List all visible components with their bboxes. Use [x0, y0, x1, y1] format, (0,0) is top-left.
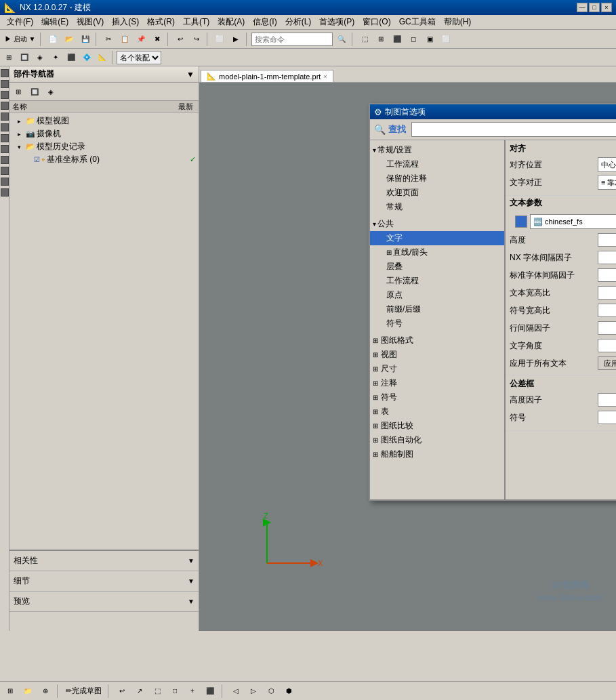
- copy-button[interactable]: 📋: [117, 32, 132, 47]
- status-btn8[interactable]: +: [185, 684, 200, 699]
- panel-related[interactable]: 相关性 ▼: [9, 551, 199, 571]
- status-btn2[interactable]: 📁: [20, 684, 35, 699]
- layer-select[interactable]: 名个装配: [117, 51, 161, 64]
- new-button[interactable]: 📄: [45, 32, 60, 47]
- status-btn5[interactable]: ↗: [132, 684, 147, 699]
- side-icon-12[interactable]: [1, 188, 9, 197]
- tb-extra3[interactable]: ⬛: [390, 32, 405, 47]
- tb2-btn3[interactable]: ◈: [33, 50, 47, 65]
- font-color-box[interactable]: [515, 215, 527, 228]
- dtree-compare[interactable]: ⊞ 图纸比较: [370, 419, 504, 433]
- menu-file[interactable]: 文件(F): [3, 15, 37, 29]
- dtree-workflow1[interactable]: 工作流程: [370, 157, 504, 171]
- status-btn9[interactable]: ⬛: [203, 684, 218, 699]
- dtree-table[interactable]: ⊞ 表: [370, 405, 504, 419]
- symbol-input[interactable]: [598, 411, 616, 424]
- menu-assembly[interactable]: 装配(A): [213, 15, 249, 29]
- tb-extra1[interactable]: ⬚: [357, 32, 372, 47]
- width-ratio-input[interactable]: [598, 286, 616, 300]
- line-spacing-input[interactable]: [598, 321, 616, 335]
- dtree-keepnote[interactable]: 保留的注释: [370, 171, 504, 186]
- delete-button[interactable]: ✖: [150, 32, 165, 47]
- open-button[interactable]: 📂: [62, 32, 77, 47]
- menu-analysis[interactable]: 分析(L): [281, 15, 316, 29]
- text-angle-input[interactable]: [598, 339, 616, 352]
- dtree-layer[interactable]: 层叠: [370, 260, 504, 274]
- tree-item-camera[interactable]: ▸ 📷 摄像机: [11, 127, 197, 140]
- std-spacing-input[interactable]: [598, 268, 616, 282]
- paste-button[interactable]: 📌: [134, 32, 148, 47]
- tree-item-model-views[interactable]: ▸ 📁 模型视图: [11, 115, 197, 127]
- close-button[interactable]: ×: [601, 3, 612, 12]
- dialog-search-input[interactable]: [411, 122, 616, 137]
- panel-tb-btn1[interactable]: ⊞: [11, 84, 26, 99]
- side-icon-4[interactable]: [1, 102, 9, 110]
- tb-extra6[interactable]: ⬜: [438, 32, 453, 47]
- dtree-auto[interactable]: ⊞ 图纸自动化: [370, 433, 504, 447]
- panel-preview[interactable]: 预览 ▼: [9, 592, 199, 612]
- side-icon-11[interactable]: [1, 178, 9, 186]
- tb2-btn6[interactable]: 💠: [79, 50, 94, 65]
- menu-help[interactable]: 帮助(H): [440, 15, 476, 29]
- status-btn6[interactable]: ⬚: [150, 684, 165, 699]
- side-icon-3[interactable]: [1, 91, 9, 99]
- side-icon-6[interactable]: [1, 123, 9, 131]
- side-icon-5[interactable]: [1, 112, 9, 121]
- side-icon-10[interactable]: [1, 167, 9, 175]
- status-btn1[interactable]: ⊞: [3, 684, 18, 699]
- undo-button[interactable]: ↩: [173, 32, 188, 47]
- dtree-general[interactable]: ▾ 常规/设置: [370, 143, 504, 157]
- dtree-workflow2[interactable]: 工作流程: [370, 274, 504, 288]
- menu-tools[interactable]: 工具(T): [179, 15, 213, 29]
- minimize-button[interactable]: —: [577, 3, 588, 12]
- panel-tb-btn3[interactable]: ◈: [43, 84, 58, 99]
- maximize-button[interactable]: □: [589, 3, 600, 12]
- tree-item-csys[interactable]: ☑ ⌖ 基准坐标系 (0) ✓: [11, 153, 197, 166]
- dtree-annotation[interactable]: ⊞ 注释: [370, 376, 504, 390]
- dtree-origin[interactable]: 原点: [370, 288, 504, 302]
- dtree-dimension[interactable]: ⊞ 尺寸: [370, 362, 504, 376]
- side-icon-1[interactable]: [1, 69, 9, 77]
- tb-extra2[interactable]: ⊞: [373, 32, 388, 47]
- dtree-text[interactable]: 文字: [370, 231, 504, 245]
- tab-model[interactable]: 📐 model-plain-1-mm-template.prt ×: [201, 70, 333, 82]
- tb-extra5[interactable]: ▣: [422, 32, 437, 47]
- save-button[interactable]: 💾: [78, 32, 93, 47]
- menu-format[interactable]: 格式(R): [143, 15, 179, 29]
- start-button[interactable]: ▶ 启动 ▼: [3, 32, 37, 47]
- status-sketch[interactable]: ✏ 完成草图: [64, 684, 104, 699]
- tree-item-history[interactable]: ▾ 📂 模型历史记录: [11, 140, 197, 153]
- align-pos-select[interactable]: 中心 ▼: [598, 157, 616, 172]
- dtree-general2[interactable]: 常规: [370, 200, 504, 214]
- panel-expand-icon[interactable]: ▼: [186, 70, 194, 79]
- apply-all-button[interactable]: 应用: [598, 356, 616, 370]
- redo-button[interactable]: ↪: [189, 32, 204, 47]
- status-btn10[interactable]: ◁: [228, 684, 243, 699]
- nx-spacing-input[interactable]: [598, 251, 616, 264]
- font-selector[interactable]: 🔤 chinesef_fs ▼: [530, 214, 616, 229]
- snap-button[interactable]: ⬜: [212, 32, 227, 47]
- menu-info[interactable]: 信息(I): [249, 15, 281, 29]
- search-input[interactable]: [251, 33, 333, 46]
- dtree-welcome[interactable]: 欢迎页面: [370, 186, 504, 200]
- menu-edit[interactable]: 编辑(E): [37, 15, 73, 29]
- dtree-symbol2[interactable]: ⊞ 符号: [370, 390, 504, 405]
- cut-button[interactable]: ✂: [101, 32, 116, 47]
- panel-details[interactable]: 细节 ▼: [9, 571, 199, 592]
- menu-gctool[interactable]: GC工具箱: [395, 15, 440, 29]
- menu-view[interactable]: 视图(V): [73, 15, 108, 29]
- tb2-btn2[interactable]: 🔲: [17, 50, 32, 65]
- panel-tb-btn2[interactable]: 🔲: [27, 84, 42, 99]
- status-btn4[interactable]: ↩: [115, 684, 129, 699]
- dtree-line-arrow[interactable]: ⊞ 直线/箭头: [370, 245, 504, 260]
- search-button[interactable]: 🔍: [334, 32, 349, 47]
- tb-extra4[interactable]: ◻: [406, 32, 421, 47]
- status-btn3[interactable]: ⊛: [38, 684, 53, 699]
- status-btn11[interactable]: ▷: [246, 684, 261, 699]
- text-align-select[interactable]: ≡ 靠左 ▼: [598, 175, 616, 190]
- dtree-view[interactable]: ⊞ 视图: [370, 348, 504, 362]
- tb2-btn5[interactable]: ⬛: [64, 50, 79, 65]
- status-btn13[interactable]: ⬢: [281, 684, 296, 699]
- dtree-symbol[interactable]: 符号: [370, 316, 504, 331]
- side-icon-7[interactable]: [1, 134, 9, 142]
